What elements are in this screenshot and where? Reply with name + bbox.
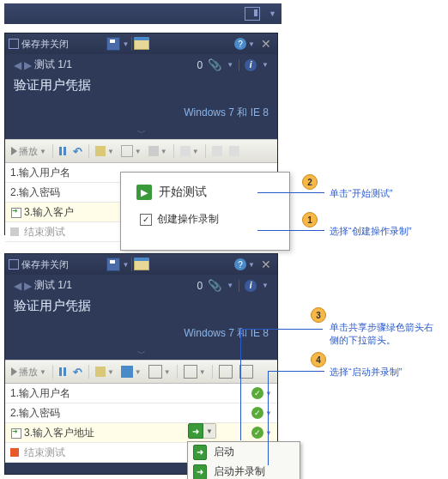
dropdown-icon[interactable]: ▼ [123, 40, 130, 48]
undo-button[interactable]: ↶ [70, 143, 85, 160]
tool-icon [229, 146, 239, 156]
callout-text-4: 选择“启动并录制” [330, 366, 402, 379]
tool-button[interactable]: ▼ [118, 143, 144, 159]
chevron-down-icon[interactable]: ﹀ [5, 127, 277, 139]
pause-button[interactable] [57, 366, 69, 378]
tool-button[interactable]: ▼ [146, 363, 173, 380]
step-row[interactable]: 1. 输入用户名✓▼ [5, 384, 277, 403]
tool-button[interactable] [237, 363, 256, 380]
callout-connector [268, 371, 324, 372]
titlebar-text: 保存并关闭 [21, 38, 106, 51]
tool-button[interactable]: ▼ [93, 365, 117, 379]
help-button[interactable]: ? [233, 36, 248, 52]
dropdown-icon[interactable]: ▼ [248, 261, 255, 269]
play-button[interactable]: 播放▼ [9, 364, 49, 380]
titlebar: 保存并关闭 ▼ ? ▼ ✕ [5, 254, 277, 275]
paperclip-icon[interactable]: 📎 [208, 279, 221, 292]
open-folder-icon [134, 38, 149, 50]
step-text: 输入客户地址 [33, 426, 94, 440]
nav-prev-icon[interactable]: ◀ [14, 280, 19, 292]
play-icon [11, 367, 17, 376]
close-button[interactable]: ✕ [258, 257, 274, 272]
tool-icon [121, 145, 133, 157]
close-button[interactable]: ✕ [258, 36, 274, 52]
undo-button[interactable]: ↶ [70, 364, 85, 380]
create-recording-checkbox[interactable]: ✓ 创建操作录制 [140, 212, 274, 227]
help-icon: ? [234, 38, 246, 50]
tool-icon [148, 365, 162, 379]
callout-connector [268, 371, 269, 465]
tool-button[interactable]: ▼ [146, 144, 170, 158]
nav-next-icon[interactable]: ▶ [24, 59, 29, 71]
attachment-count: 0 [197, 280, 203, 292]
tool-button[interactable]: ▼ [181, 363, 209, 380]
open-button[interactable] [134, 257, 149, 272]
dropdown-icon[interactable]: ▼ [248, 40, 255, 48]
chevron-down-icon[interactable]: ▼ [269, 9, 276, 18]
step-text: 输入密码 [19, 185, 60, 200]
launch-split-button[interactable]: ➜ ▼ [188, 423, 216, 440]
open-button[interactable] [134, 36, 149, 52]
dropdown-icon[interactable]: ▼ [262, 61, 269, 69]
tool-button[interactable] [209, 144, 225, 158]
help-button[interactable]: ? [233, 257, 248, 272]
chevron-down-icon: ▼ [265, 429, 272, 437]
dropdown-icon[interactable]: ▼ [227, 61, 233, 69]
step-row[interactable]: 2. 输入密码✓▼ [5, 403, 277, 423]
start-test-popup: ▶ 开始测试 ✓ 创建操作录制 [120, 172, 290, 251]
info-icon[interactable]: i [245, 280, 257, 292]
step-number: 3. [24, 427, 33, 439]
start-test-button[interactable]: ▶ 开始测试 [136, 185, 274, 200]
tool-button[interactable]: ▼ [118, 364, 144, 379]
callout-connector [240, 329, 323, 330]
undo-icon: ↶ [73, 145, 82, 158]
end-icon [10, 448, 19, 457]
callout-badge-4: 4 [311, 352, 326, 367]
menu-item-launch-record[interactable]: ➜ 启动并录制 [188, 462, 300, 479]
dropdown-icon[interactable]: ▼ [227, 282, 233, 289]
dropdown-icon[interactable]: ▼ [262, 282, 269, 289]
tool-button[interactable] [227, 144, 242, 158]
chevron-down-icon[interactable]: ﹀ [5, 348, 277, 360]
app-icon [9, 39, 19, 49]
paperclip-icon[interactable]: 📎 [208, 58, 221, 71]
save-button[interactable] [106, 36, 121, 52]
start-test-label: 开始测试 [159, 185, 207, 200]
save-button[interactable] [106, 257, 121, 272]
nav-next-icon[interactable]: ▶ [24, 280, 29, 292]
nav-prev-icon[interactable]: ◀ [14, 59, 19, 71]
step-row[interactable]: 3. 输入客户地址✓▼ [5, 423, 277, 443]
titlebar-text: 保存并关闭 [21, 258, 106, 271]
chevron-down-icon[interactable]: ▼ [203, 423, 216, 439]
tool-icon [121, 366, 133, 378]
callout-connector [257, 192, 324, 193]
step-text: 输入用户名 [19, 166, 70, 180]
step-status[interactable]: ✓▼ [251, 387, 272, 399]
play-icon: ▶ [136, 185, 152, 200]
step-text: 结束测试 [24, 225, 65, 240]
undo-icon: ↶ [73, 366, 82, 379]
tool-icon [219, 365, 233, 379]
app-icon [9, 259, 19, 270]
tool-button[interactable] [216, 363, 235, 380]
tool-button[interactable]: ▼ [93, 144, 117, 158]
launch-record-icon: ➜ [193, 465, 207, 479]
step-status[interactable]: ✓▼ [251, 427, 272, 439]
play-button[interactable]: 播放▼ [9, 143, 49, 160]
menu-item-launch[interactable]: ➜ 启动 [188, 442, 300, 462]
layout-icon[interactable] [245, 7, 260, 21]
close-icon: ✕ [261, 258, 271, 271]
pause-button[interactable] [57, 145, 69, 157]
callout-badge-1: 1 [302, 212, 318, 227]
dropdown-icon[interactable]: ▼ [123, 261, 130, 269]
info-icon[interactable]: i [245, 59, 257, 71]
step-number: 2. [10, 186, 19, 198]
tool-button[interactable]: ▼ [178, 144, 202, 158]
step-status[interactable]: ✓▼ [251, 407, 272, 419]
shared-step-icon [10, 427, 21, 438]
play-icon [11, 147, 17, 155]
attachment-count: 0 [197, 59, 203, 71]
pause-icon [59, 367, 66, 376]
tool-icon [180, 146, 191, 156]
step-text: 输入用户名 [19, 386, 70, 401]
